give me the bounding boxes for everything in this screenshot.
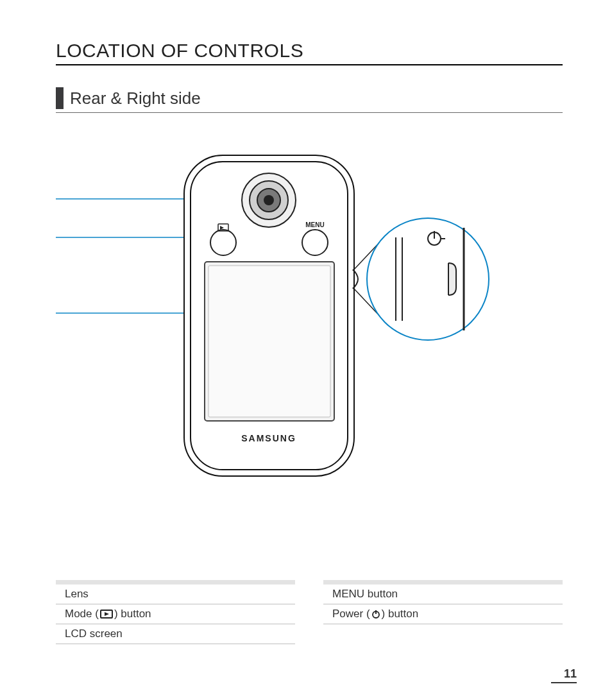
legend-column-left: Lens Mode ( ) button LCD screen xyxy=(56,580,295,644)
legend-columns: Lens Mode ( ) button LCD screen MENU but… xyxy=(56,580,563,644)
section-subtitle: Rear & Right side xyxy=(70,89,201,108)
legend-row: Lens xyxy=(56,580,295,604)
power-icon xyxy=(371,610,380,619)
legend-column-right: MENU button Power ( ) button xyxy=(323,580,563,644)
legend-label-post: ) button xyxy=(382,608,419,620)
legend-row: MENU button xyxy=(323,580,563,604)
svg-point-16 xyxy=(264,195,274,205)
legend-label: LCD screen xyxy=(65,627,123,640)
svg-text:MENU: MENU xyxy=(305,221,324,228)
brand-label: SAMSUNG xyxy=(241,433,296,443)
legend-label: MENU button xyxy=(332,588,398,601)
svg-point-19 xyxy=(302,230,328,255)
page-number: 11 xyxy=(564,667,577,681)
device-diagram: MENU SAMSUNG xyxy=(56,148,518,507)
page-title: LOCATION OF CONTROLS xyxy=(56,40,303,62)
legend-row: Mode ( ) button xyxy=(56,604,295,624)
legend-label-pre: Mode ( xyxy=(65,608,99,620)
legend-row: Power ( ) button xyxy=(323,604,563,624)
lcd-screen-graphic xyxy=(205,262,334,421)
svg-point-17 xyxy=(210,230,236,255)
legend-label: Lens xyxy=(65,588,89,601)
zoom-callout xyxy=(353,218,489,340)
playback-icon xyxy=(100,610,113,619)
legend-row: LCD screen xyxy=(56,624,295,644)
legend-label-post: ) button xyxy=(114,608,151,620)
subtitle-accent xyxy=(56,87,64,109)
page-number-rule xyxy=(551,682,577,683)
title-rule xyxy=(56,64,563,65)
svg-rect-22 xyxy=(208,266,330,417)
legend-label-pre: Power ( xyxy=(332,608,370,620)
menu-button-graphic: MENU xyxy=(302,221,328,255)
subtitle-rule xyxy=(56,112,563,113)
lens-graphic xyxy=(242,173,296,227)
